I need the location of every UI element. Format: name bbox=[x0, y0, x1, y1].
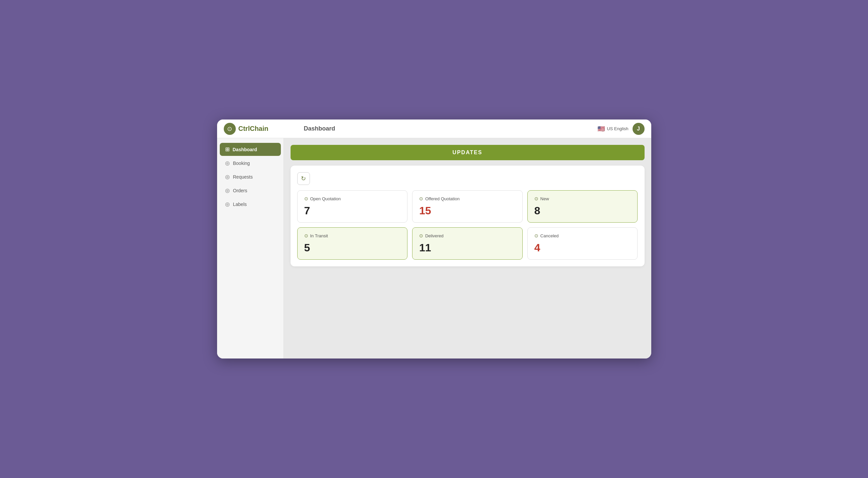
sidebar-item-orders[interactable]: ◎ Orders bbox=[220, 184, 281, 197]
dashboard-icon: ⊞ bbox=[225, 146, 229, 153]
sidebar-label-orders: Orders bbox=[233, 188, 247, 193]
labels-icon: ◎ bbox=[225, 201, 230, 207]
stat-card-delivered[interactable]: ⊙ Delivered 11 bbox=[412, 227, 523, 260]
topbar: ⊙ CtrlChain Dashboard 🇺🇸 US English J bbox=[217, 120, 651, 138]
topbar-right: 🇺🇸 US English J bbox=[597, 123, 644, 135]
card-container: ↻ ⊙ Open Quotation 7 ⊙ bbox=[290, 165, 645, 266]
stat-icon-delivered: ⊙ bbox=[419, 233, 423, 238]
stat-icon-open-quotation: ⊙ bbox=[304, 196, 308, 201]
stat-label-canceled: ⊙ Canceled bbox=[534, 233, 631, 238]
stat-card-open-quotation[interactable]: ⊙ Open Quotation 7 bbox=[297, 190, 408, 223]
logo-icon: ⊙ bbox=[224, 123, 236, 135]
logo-text: CtrlChain bbox=[239, 125, 269, 132]
page-title: Dashboard bbox=[290, 125, 598, 132]
stat-label-in-transit: ⊙ In Transit bbox=[304, 233, 401, 238]
updates-banner: UPDATES bbox=[290, 145, 645, 160]
stat-icon-in-transit: ⊙ bbox=[304, 233, 308, 238]
sidebar-item-dashboard[interactable]: ⊞ Dashboard bbox=[220, 143, 281, 156]
sidebar-item-labels[interactable]: ◎ Labels bbox=[220, 198, 281, 211]
sidebar-label-requests: Requests bbox=[233, 174, 253, 180]
sidebar-item-requests[interactable]: ◎ Requests bbox=[220, 170, 281, 183]
stat-card-offered-quotation[interactable]: ⊙ Offered Quotation 15 bbox=[412, 190, 523, 223]
stat-label-offered-quotation: ⊙ Offered Quotation bbox=[419, 196, 516, 201]
stat-icon-offered-quotation: ⊙ bbox=[419, 196, 423, 201]
refresh-icon: ↻ bbox=[301, 175, 306, 182]
stat-icon-canceled: ⊙ bbox=[534, 233, 538, 238]
sidebar: ⊞ Dashboard ◎ Booking ◎ Requests ◎ Order… bbox=[217, 138, 284, 358]
stat-value-canceled: 4 bbox=[534, 242, 631, 254]
stat-value-open-quotation: 7 bbox=[304, 204, 401, 217]
stat-card-canceled[interactable]: ⊙ Canceled 4 bbox=[527, 227, 638, 260]
stat-value-offered-quotation: 15 bbox=[419, 204, 516, 217]
stat-value-new: 8 bbox=[534, 204, 631, 217]
stat-card-in-transit[interactable]: ⊙ In Transit 5 bbox=[297, 227, 408, 260]
stat-card-new[interactable]: ⊙ New 8 bbox=[527, 190, 638, 223]
stat-label-delivered: ⊙ Delivered bbox=[419, 233, 516, 238]
refresh-button[interactable]: ↻ bbox=[297, 172, 310, 185]
stat-label-new: ⊙ New bbox=[534, 196, 631, 201]
requests-icon: ◎ bbox=[225, 173, 230, 180]
stats-grid: ⊙ Open Quotation 7 ⊙ Offered Quotation 1… bbox=[297, 190, 638, 260]
stat-icon-new: ⊙ bbox=[534, 196, 538, 201]
language-selector[interactable]: 🇺🇸 US English bbox=[597, 125, 628, 132]
sidebar-label-dashboard: Dashboard bbox=[233, 147, 257, 152]
sidebar-item-booking[interactable]: ◎ Booking bbox=[220, 157, 281, 169]
screen: ⊙ CtrlChain Dashboard 🇺🇸 US English J ⊞ … bbox=[217, 120, 651, 358]
stat-label-open-quotation: ⊙ Open Quotation bbox=[304, 196, 401, 201]
sidebar-label-labels: Labels bbox=[233, 202, 247, 207]
booking-icon: ◎ bbox=[225, 160, 230, 166]
content-area: UPDATES ↻ ⊙ Open Quotation 7 bbox=[284, 138, 651, 358]
user-avatar[interactable]: J bbox=[632, 123, 645, 135]
main-layout: ⊞ Dashboard ◎ Booking ◎ Requests ◎ Order… bbox=[217, 138, 651, 358]
orders-icon: ◎ bbox=[225, 187, 230, 194]
sidebar-label-booking: Booking bbox=[233, 161, 250, 166]
logo-area: ⊙ CtrlChain bbox=[224, 123, 290, 135]
stat-value-delivered: 11 bbox=[419, 242, 516, 254]
lang-label: US English bbox=[607, 126, 628, 131]
stat-value-in-transit: 5 bbox=[304, 242, 401, 254]
